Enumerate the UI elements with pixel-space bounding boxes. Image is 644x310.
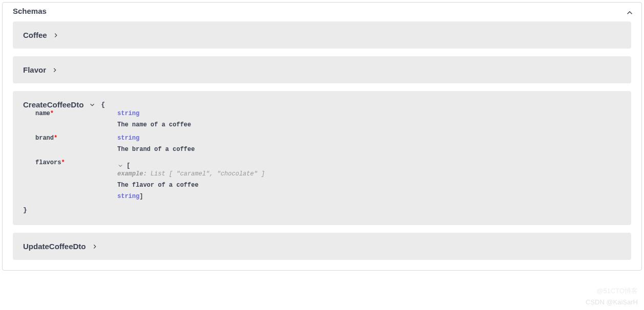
property-row-brand: brand* string The brand of a coffee	[30, 135, 621, 153]
schemas-title: Schemas	[13, 7, 47, 15]
collapse-icon[interactable]	[625, 8, 631, 14]
array-item-type: string	[117, 193, 139, 200]
array-close-bracket: ]	[139, 193, 143, 200]
property-row-flavors: flavors* [ example: List [ "caramel", "c…	[30, 159, 621, 200]
required-indicator: *	[50, 110, 54, 117]
schemas-header[interactable]: Schemas	[3, 3, 641, 21]
schemas-panel: Schemas Coffee Flavor CreateCof	[2, 2, 642, 271]
close-brace: }	[23, 206, 621, 214]
chevron-right-icon[interactable]	[91, 243, 98, 250]
schema-name: UpdateCoffeeDto	[23, 242, 86, 251]
property-name: brand	[35, 135, 54, 142]
schema-item-coffee[interactable]: Coffee	[13, 21, 631, 49]
chevron-down-icon[interactable]	[89, 101, 96, 108]
property-name: name	[35, 110, 50, 117]
property-type: string	[117, 135, 621, 142]
required-indicator: *	[54, 135, 57, 142]
property-example: example: List [ "caramel", "chocolate" ]	[117, 170, 621, 178]
open-brace: {	[101, 101, 105, 108]
schema-item-createcoffeedto: CreateCoffeeDto { name* string The name …	[13, 91, 631, 225]
schema-item-flavor[interactable]: Flavor	[13, 56, 631, 83]
schema-properties: name* string The name of a coffee brand*…	[30, 110, 621, 200]
schema-list: Coffee Flavor CreateCoffeeDto {	[3, 21, 641, 260]
schema-name: Flavor	[23, 65, 46, 74]
property-row-name: name* string The name of a coffee	[30, 110, 621, 128]
property-name: flavors	[35, 159, 61, 166]
chevron-right-icon[interactable]	[52, 32, 59, 39]
property-description: The name of a coffee	[117, 121, 621, 128]
schema-item-updatecoffeedto[interactable]: UpdateCoffeeDto	[13, 233, 631, 260]
required-indicator: *	[61, 159, 65, 166]
array-open-bracket: [	[127, 162, 130, 169]
property-description: The brand of a coffee	[117, 146, 621, 153]
schema-name: Coffee	[23, 31, 47, 39]
chevron-down-icon[interactable]	[117, 163, 123, 169]
schema-name: CreateCoffeeDto	[23, 100, 84, 109]
property-description: The flavor of a coffee	[117, 182, 621, 189]
property-type: string	[117, 110, 621, 117]
chevron-right-icon[interactable]	[51, 67, 58, 74]
